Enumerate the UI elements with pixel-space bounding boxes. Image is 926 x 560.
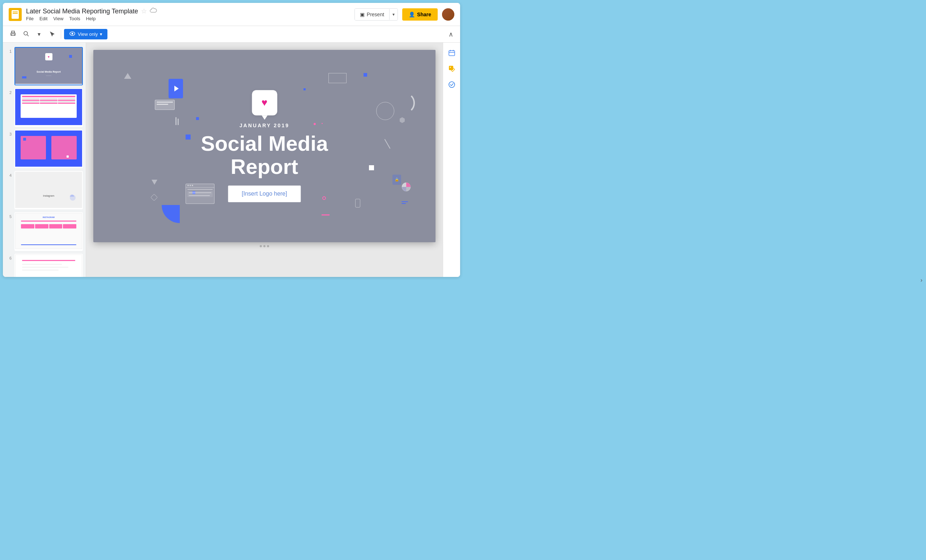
menu-bar: File Edit View Tools Help <box>26 16 354 21</box>
app-logo <box>9 8 22 21</box>
slide-thumbnail-2 <box>14 88 83 127</box>
deco-pentagon-1 <box>400 117 405 123</box>
calendar-icon <box>448 49 455 58</box>
slide-number-1: 1 <box>6 49 12 53</box>
svg-rect-15 <box>449 51 455 56</box>
deco-diamond <box>150 194 158 201</box>
svg-point-3 <box>24 32 27 35</box>
slide-number-4: 4 <box>6 173 12 178</box>
present-label: Present <box>367 12 384 17</box>
slide-item-4[interactable]: 4 Instagram <box>3 169 86 211</box>
zoom-button[interactable] <box>20 29 32 40</box>
slide-item-6[interactable]: 6 source <box>3 252 86 277</box>
slide-center-content: ♥ JANUARY 2019 Social Media Report [Inse… <box>179 90 350 202</box>
avatar[interactable] <box>442 8 454 21</box>
deco-blue-lines-right <box>401 201 408 204</box>
svg-rect-2 <box>12 34 14 35</box>
slide-number-2: 2 <box>6 91 12 95</box>
slide-thumbnail-5: INSTAGRAM <box>14 212 83 251</box>
main-content: 1 ♥ Social Media Report ────── <box>3 43 460 277</box>
view-only-label: View only <box>78 32 98 37</box>
deco-arc-1 <box>393 92 415 114</box>
svg-line-4 <box>27 35 29 36</box>
deco-pie-chart <box>401 181 412 192</box>
print-icon <box>10 30 16 38</box>
present-icon: ▣ <box>360 12 365 17</box>
svg-rect-19 <box>449 66 453 70</box>
slide-logo-box: [Insert Logo here] <box>228 186 301 202</box>
deco-triangle-1 <box>124 73 131 79</box>
slide-number-5: 5 <box>6 214 12 219</box>
slide-date: JANUARY 2019 <box>179 122 350 128</box>
present-button[interactable]: ▣ Present <box>355 9 389 20</box>
cursor-button[interactable] <box>46 29 58 40</box>
share-button[interactable]: 👤 Share <box>402 8 438 21</box>
deco-badge-icon: 🔒 <box>392 175 401 185</box>
svg-point-21 <box>449 82 455 88</box>
view-only-button[interactable]: View only ▾ <box>64 29 107 39</box>
deco-phone-outline <box>355 199 360 208</box>
zoom-icon <box>23 30 29 38</box>
deco-blue-sq-3 <box>363 73 367 77</box>
deco-pencil <box>384 139 390 149</box>
deco-chat-bubble <box>155 100 175 110</box>
star-icon[interactable]: ☆ <box>141 7 147 15</box>
slide-item-3[interactable]: 3 <box>3 128 86 169</box>
slide-thumbnail-3 <box>14 130 83 168</box>
svg-point-20 <box>449 66 451 68</box>
right-sidebar <box>443 43 460 277</box>
canvas-area: 🔒 <box>86 43 443 277</box>
svg-point-6 <box>72 33 73 35</box>
menu-edit[interactable]: Edit <box>39 16 47 21</box>
main-slide-canvas: 🔒 <box>93 50 436 242</box>
chevron-down-icon: ▾ <box>38 31 41 38</box>
slide-number-3: 3 <box>6 132 12 136</box>
cloud-icon <box>150 8 157 15</box>
slide-item-5[interactable]: 5 INSTAGRAM <box>3 211 86 252</box>
tag-sidebar-button[interactable] <box>445 63 458 76</box>
calendar-sidebar-button[interactable] <box>445 47 458 60</box>
deco-vert-bars <box>176 117 179 125</box>
menu-tools[interactable]: Tools <box>69 16 80 21</box>
present-button-group[interactable]: ▣ Present ▾ <box>354 8 398 21</box>
slides-panel: 1 ♥ Social Media Report ────── <box>3 43 86 277</box>
deco-white-sq-1 <box>369 165 374 170</box>
cursor-icon <box>49 31 55 38</box>
deco-circle-outline-1 <box>376 102 394 120</box>
slide-heart-icon: ♥ <box>252 90 277 115</box>
header: Later Social Media Reporting Template ☆ … <box>3 3 460 26</box>
slide-thumbnail-1: ♥ Social Media Report ────── <box>14 47 83 85</box>
present-dropdown-button[interactable]: ▾ <box>389 9 398 20</box>
share-label: Share <box>417 12 431 17</box>
toolbar: ▾ View only ▾ ∧ <box>3 26 460 43</box>
check-circle-icon <box>448 81 455 90</box>
menu-view[interactable]: View <box>53 16 63 21</box>
deco-triangle-outline <box>151 180 157 185</box>
app-container: Later Social Media Reporting Template ☆ … <box>3 3 460 277</box>
deco-pink-line <box>322 214 330 216</box>
deco-rect-outline-1 <box>328 73 346 83</box>
tag-icon <box>448 65 455 74</box>
header-actions: ▣ Present ▾ 👤 Share <box>354 8 454 21</box>
toolbar-separator <box>61 30 61 39</box>
slide-item-2[interactable]: 2 <box>3 87 86 128</box>
document-title: Later Social Media Reporting Template <box>26 8 138 15</box>
chevron-up-icon: ∧ <box>449 30 453 38</box>
menu-help[interactable]: Help <box>86 16 96 21</box>
slide-title: Social Media Report <box>179 132 350 178</box>
share-icon: 👤 <box>409 12 415 17</box>
slide-item-1[interactable]: 1 ♥ Social Media Report ────── <box>3 45 86 87</box>
slide-thumbnail-6: source <box>14 254 83 277</box>
menu-file[interactable]: File <box>26 16 34 21</box>
deco-blue-quarter-circle <box>162 205 180 223</box>
svg-rect-1 <box>12 31 14 33</box>
header-title-section: Later Social Media Reporting Template ☆ … <box>26 7 354 21</box>
check-sidebar-button[interactable] <box>445 79 458 92</box>
zoom-dropdown-button[interactable]: ▾ <box>33 29 45 40</box>
toolbar-collapse-button[interactable]: ∧ <box>446 29 456 39</box>
slide-logo-placeholder: [Insert Logo here] <box>242 190 287 197</box>
print-button[interactable] <box>7 29 19 40</box>
slide-number-6: 6 <box>6 256 12 260</box>
eye-icon <box>69 31 76 37</box>
canvas-dots <box>260 245 269 247</box>
